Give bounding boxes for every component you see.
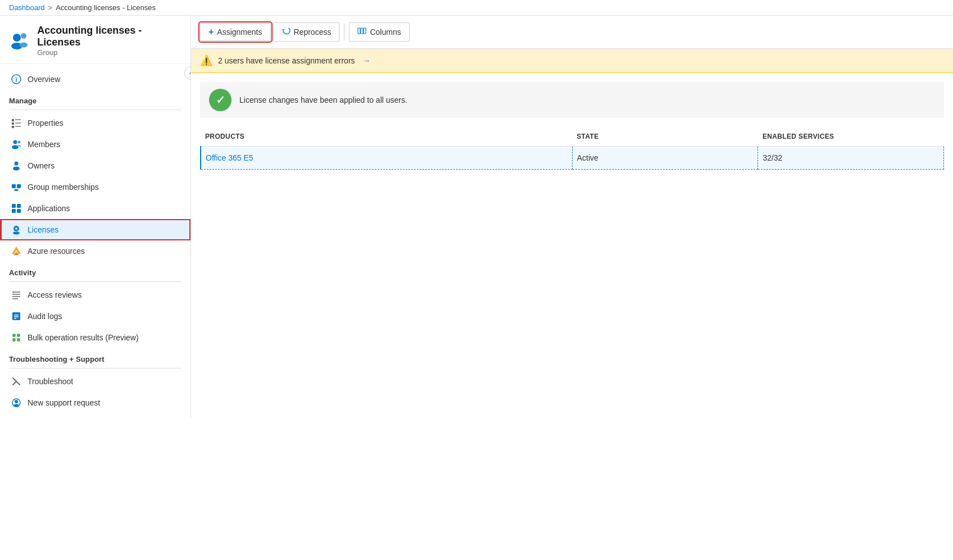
columns-button[interactable]: Columns [349,22,409,42]
svg-point-26 [13,232,20,235]
access-reviews-icon [11,289,22,301]
sidebar-item-bulk-operation-label: Bulk operation results (Preview) [28,333,139,342]
sidebar-item-properties[interactable]: Properties [0,112,190,134]
sidebar-item-licenses-label: Licenses [28,225,58,234]
group-memberships-icon [11,181,22,193]
sidebar-item-audit-logs[interactable]: Audit logs [0,306,190,327]
sidebar-item-applications-label: Applications [28,204,70,213]
sidebar-item-overview[interactable]: i Overview [0,69,190,90]
alert-message: 2 users have license assignment errors [218,56,355,65]
svg-rect-23 [17,209,21,213]
assignments-button-label: Assignments [217,28,262,37]
table-area: PRODUCTS STATE ENABLED SERVICES Office 3… [191,127,953,560]
sidebar-nav: i Overview Manage [0,64,190,418]
product-link[interactable]: Office 365 E5 [206,153,253,162]
svg-rect-7 [15,119,21,120]
svg-rect-17 [12,184,16,188]
breadcrumb-separator: > [48,3,53,12]
col-products: PRODUCTS [201,127,572,147]
svg-point-15 [15,162,19,166]
svg-rect-48 [358,28,360,34]
success-message: License changes have been applied to all… [239,95,407,104]
svg-point-39 [17,334,20,337]
sidebar-header-text: Accounting licenses - Licenses Group [37,25,181,57]
svg-point-14 [18,141,21,144]
warning-icon: ⚠️ [200,54,212,67]
licenses-table: PRODUCTS STATE ENABLED SERVICES Office 3… [200,127,944,170]
svg-point-45 [15,400,18,403]
group-icon [9,30,30,52]
svg-point-40 [12,338,16,342]
sidebar-item-azure-resources-label: Azure resources [28,247,85,256]
svg-rect-18 [17,184,21,188]
col-enabled-services: ENABLED SERVICES [758,127,944,147]
svg-point-3 [20,42,28,47]
sidebar-item-access-reviews[interactable]: Access reviews [0,284,190,306]
sidebar-item-troubleshoot[interactable]: Troubleshoot [0,371,190,392]
svg-point-0 [13,34,21,42]
cell-enabled-services: 32/32 [758,147,944,170]
columns-icon [357,26,366,38]
svg-point-41 [17,338,20,342]
svg-rect-10 [12,126,14,128]
sidebar-item-azure-resources[interactable]: Azure resources [0,240,190,262]
azure-icon [11,245,22,257]
svg-point-46 [13,404,19,407]
svg-rect-34 [12,312,20,320]
svg-rect-49 [361,28,363,34]
sidebar-item-group-memberships[interactable]: Group memberships [0,176,190,198]
svg-point-1 [21,33,26,39]
assignments-button[interactable]: + Assignments [200,23,271,41]
applications-icon [11,203,22,214]
activity-section-label: Activity [0,262,190,279]
sidebar-item-troubleshoot-label: Troubleshoot [28,377,73,386]
support-icon [11,397,22,408]
sidebar-item-licenses[interactable]: Licenses [0,219,190,240]
svg-rect-22 [12,209,16,213]
table-row[interactable]: Office 365 E5 Active 32/32 [201,147,944,170]
members-icon [11,139,22,150]
columns-button-label: Columns [370,28,401,37]
page-subtitle: Group [37,48,181,57]
page-title: Accounting licenses - Licenses [37,25,181,48]
toolbar-divider [344,24,344,40]
sidebar-item-owners-label: Owners [28,161,55,170]
content-area: + Assignments Reprocess [191,16,953,560]
svg-marker-47 [282,29,284,31]
sidebar-item-members[interactable]: Members [0,134,190,155]
success-icon: ✓ [209,89,232,111]
sidebar-item-owners[interactable]: Owners [0,155,190,176]
svg-rect-20 [12,204,16,208]
breadcrumb-current: Accounting licenses - Licenses [56,3,156,12]
manage-section-label: Manage [0,90,190,107]
manage-divider [9,110,181,110]
licenses-icon [11,224,22,235]
sidebar-item-properties-label: Properties [28,119,63,128]
sidebar-item-members-label: Members [28,140,60,149]
sidebar-item-overview-label: Overview [28,75,60,84]
svg-point-16 [13,167,20,171]
properties-icon [11,117,22,129]
svg-rect-11 [15,126,21,127]
breadcrumb-dashboard[interactable]: Dashboard [9,3,45,12]
sidebar: Accounting licenses - Licenses Group « i [0,16,191,418]
checkmark-icon: ✓ [216,93,225,107]
sidebar-item-bulk-operation[interactable]: Bulk operation results (Preview) [0,327,190,348]
plus-icon: + [208,27,214,37]
reprocess-button[interactable]: Reprocess [273,22,340,42]
reprocess-button-label: Reprocess [294,28,332,37]
sidebar-item-new-support-label: New support request [28,398,100,407]
cell-product: Office 365 E5 [201,147,572,170]
sidebar-item-new-support[interactable]: New support request [0,392,190,413]
sidebar-item-applications[interactable]: Applications [0,198,190,219]
svg-rect-8 [12,122,14,125]
audit-logs-icon [11,311,22,322]
alert-banner: ⚠️ 2 users have license assignment error… [191,49,953,73]
svg-line-43 [13,381,16,385]
toolbar: + Assignments Reprocess [191,16,953,49]
svg-point-13 [12,145,19,149]
svg-rect-19 [15,189,19,191]
alert-arrow[interactable]: → [363,56,371,65]
activity-divider [9,281,181,282]
sidebar-wrapper: Accounting licenses - Licenses Group « i [0,16,191,560]
